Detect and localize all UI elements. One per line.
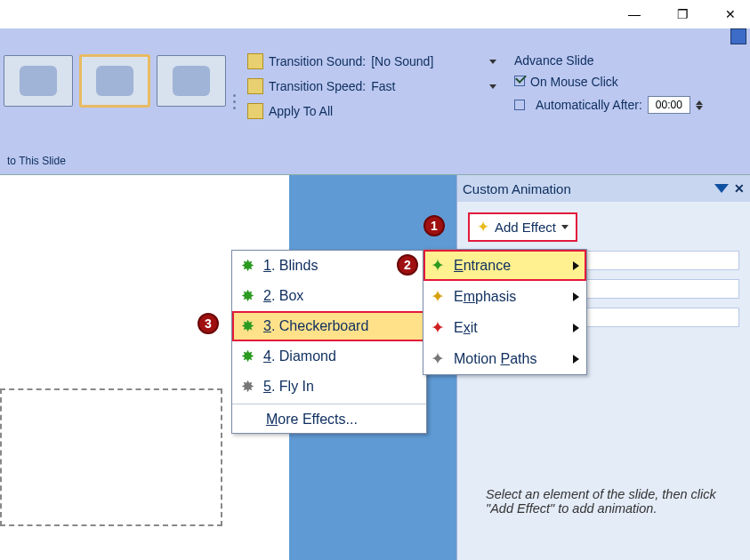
on-mouse-click-checkbox[interactable]: On Mouse Click [514,75,703,89]
chevron-down-icon[interactable] [714,184,729,193]
effect-label: 2. Box [263,288,303,304]
star-icon: ✦ [431,348,445,369]
effect-icon: ✸ [241,256,254,276]
transition-sound-row[interactable]: Transition Sound: [No Sound] [247,53,496,69]
apply-to-all-label: Apply To All [269,104,333,118]
window-titlebar: — ❐ ✕ [0,0,750,28]
apply-to-all-button[interactable]: Apply To All [247,103,496,119]
star-icon: ✦ [477,218,489,236]
effect-diamond[interactable]: ✸4. Diamond [232,341,426,372]
entrance-effects-menu: ✸1. Blinds✸2. Box✸3. Checkerboard✸4. Dia… [231,250,427,434]
arrow-right-icon [573,355,579,364]
star-icon: ✦ [431,255,445,276]
category-emphasis[interactable]: ✦Emphasis [423,281,586,312]
transition-gallery[interactable] [0,48,230,155]
chevron-down-icon [561,225,569,229]
spinner-up-icon[interactable] [696,100,703,105]
category-exit[interactable]: ✦Exit [423,312,586,343]
transition-sound-label: Transition Sound: [269,54,366,68]
transition-thumb[interactable] [157,55,226,107]
effect-label: 1. Blinds [263,258,318,274]
add-effect-label: Add Effect [495,220,556,235]
gallery-more-icon[interactable] [230,48,238,155]
transition-thumb[interactable] [4,55,73,107]
category-label: Exit [454,320,478,336]
chevron-down-icon[interactable] [489,60,496,64]
ribbon: Transition Sound: [No Sound] Transition … [0,28,750,175]
taskpane-hint: Select an element of the slide, then cli… [468,487,739,516]
callout-2: 2 [397,254,418,276]
effect-fly-in[interactable]: ✸5. Fly In [232,372,426,402]
callout-3: 3 [198,313,219,334]
spinner-down-icon[interactable] [696,106,703,110]
sound-icon [247,53,263,69]
auto-after-label: Automatically After: [536,98,642,112]
close-button[interactable]: ✕ [720,4,741,25]
arrow-right-icon [573,292,579,301]
effect-label: 5. Fly In [263,379,314,395]
effect-label: 3. Checkerboard [263,318,368,334]
star-icon: ✦ [431,317,445,338]
auto-after-row[interactable]: Automatically After: [514,96,703,114]
effect-icon: ✸ [241,377,254,396]
chevron-down-icon[interactable] [489,84,496,89]
transition-speed-label: Transition Speed: [269,79,366,93]
auto-after-input[interactable] [648,96,690,114]
ribbon-group-label: to This Slide [0,155,750,167]
effect-icon: ✸ [241,347,254,366]
effect-icon: ✸ [241,316,254,336]
taskpane-title: Custom Animation [463,181,571,196]
on-mouse-click-label: On Mouse Click [530,75,618,89]
effect-label: 4. Diamond [263,348,336,364]
transition-speed-value: Fast [371,79,395,93]
star-icon: ✦ [431,286,445,307]
category-motion-paths[interactable]: ✦Motion Paths [423,343,586,374]
category-label: Entrance [454,258,511,274]
more-effects-label: More Effects... [266,412,358,428]
effect-checkerboard[interactable]: ✸3. Checkerboard [232,311,426,341]
arrow-right-icon [573,261,579,270]
effect-box[interactable]: ✸2. Box [232,281,426,311]
add-effect-button[interactable]: ✦ Add Effect [468,212,577,242]
category-entrance[interactable]: ✦Entrance [423,250,586,281]
category-label: Emphasis [454,289,516,305]
maximize-button[interactable]: ❐ [672,4,693,25]
effect-category-menu: ✦Entrance✦Emphasis✦Exit✦Motion Paths [423,249,587,375]
more-effects-item[interactable]: More Effects... [232,406,426,433]
transition-speed-row[interactable]: Transition Speed: Fast [247,78,496,94]
speed-icon [247,78,263,94]
category-label: Motion Paths [454,351,536,367]
advance-slide-title: Advance Slide [514,53,703,68]
close-icon[interactable]: ✕ [734,181,745,196]
callout-1: 1 [423,215,445,236]
help-icon[interactable] [730,28,746,44]
effect-icon: ✸ [241,286,254,306]
apply-all-icon [247,103,263,119]
arrow-right-icon [573,324,579,332]
minimize-button[interactable]: — [624,4,645,25]
transition-thumb-selected[interactable] [80,55,149,107]
placeholder-selection[interactable] [0,388,222,526]
transition-sound-value: [No Sound] [371,54,433,68]
